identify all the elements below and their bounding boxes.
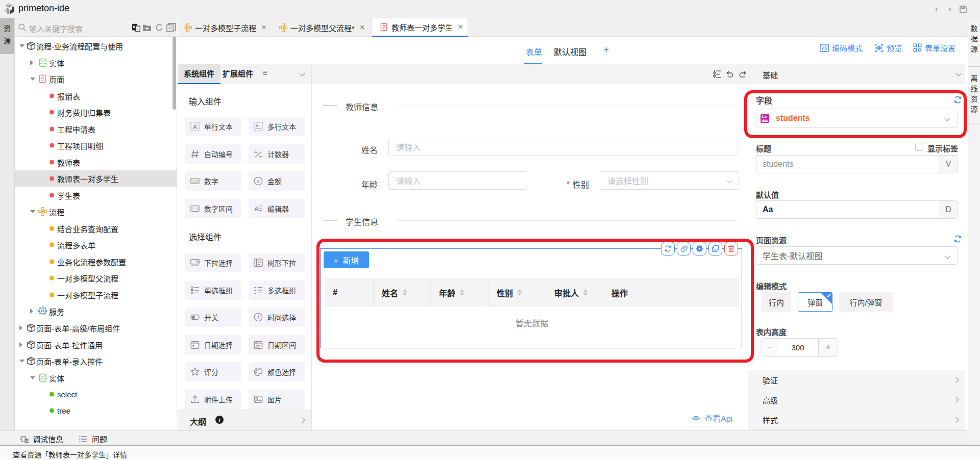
svg-text:A: A <box>256 123 259 128</box>
svg-text:123: 123 <box>192 180 198 183</box>
svg-text:¥: ¥ <box>256 178 260 184</box>
svg-text:1~3: 1~3 <box>192 207 198 211</box>
svg-text:A: A <box>193 123 198 130</box>
svg-text:x: x <box>136 28 138 31</box>
svg-text:A: A <box>254 205 259 212</box>
